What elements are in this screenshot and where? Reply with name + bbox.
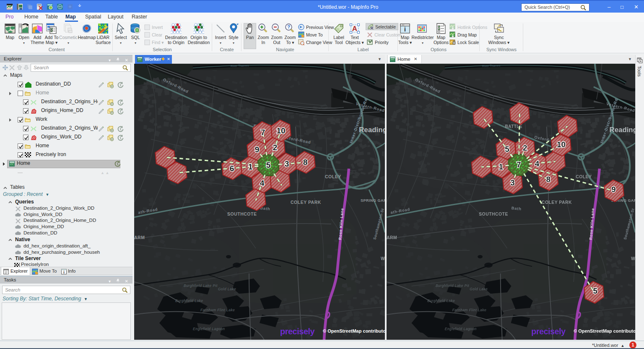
svg-text:10: 10 <box>276 126 285 135</box>
svg-text:6: 6 <box>230 164 234 173</box>
svg-text:?: ? <box>287 24 290 29</box>
svg-text:9: 9 <box>611 185 615 194</box>
svg-text:© OpenStreetMap contributors: © OpenStreetMap contributors <box>323 328 385 333</box>
svg-text:precisely: precisely <box>531 327 566 336</box>
svg-text:2: 2 <box>273 143 278 152</box>
svg-text:9: 9 <box>255 145 260 154</box>
svg-text:1: 1 <box>499 162 503 171</box>
svg-text:2: 2 <box>523 143 527 152</box>
svg-text:5: 5 <box>266 161 271 169</box>
svg-text:10: 10 <box>557 140 566 149</box>
svg-text:8: 8 <box>546 175 551 184</box>
svg-text:7: 7 <box>261 128 265 137</box>
svg-text:5: 5 <box>593 286 597 295</box>
svg-text:precisely: precisely <box>280 327 315 336</box>
svg-text:5: 5 <box>505 145 509 154</box>
svg-text:7: 7 <box>517 160 521 169</box>
svg-text:1: 1 <box>248 162 253 171</box>
svg-text:4: 4 <box>260 179 265 188</box>
svg-text:3: 3 <box>510 178 514 187</box>
svg-text:8: 8 <box>303 158 308 167</box>
svg-text:4: 4 <box>535 159 540 168</box>
svg-text:© OpenStreetMap contributors: © OpenStreetMap contributors <box>574 328 635 333</box>
svg-text:3: 3 <box>285 159 289 168</box>
svg-text:A: A <box>352 25 357 33</box>
svg-text:i: i <box>404 26 406 33</box>
svg-text:i: i <box>63 270 65 274</box>
